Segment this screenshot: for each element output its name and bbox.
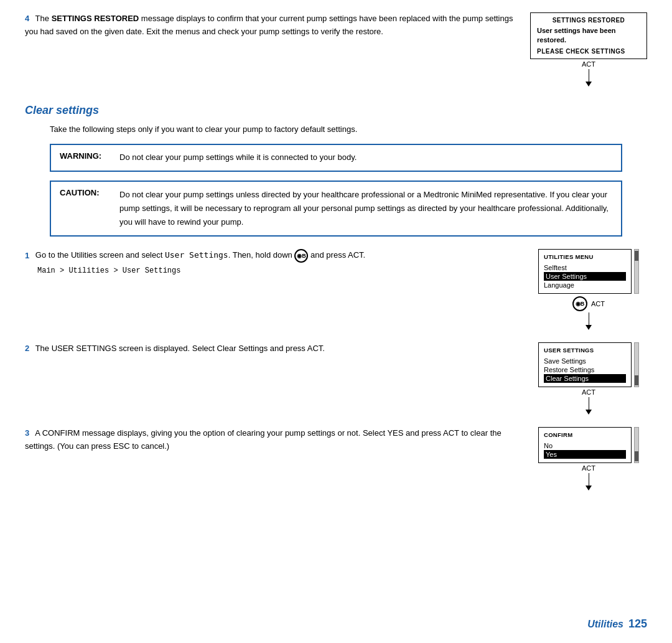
step3-left: 3 A CONFIRM message displays, giving you… bbox=[25, 427, 518, 453]
step2-scrollbar-thumb bbox=[635, 375, 638, 385]
step4-arrow: ACT bbox=[582, 60, 595, 87]
arrow-line bbox=[589, 69, 589, 82]
step2-item-save: Save Settings bbox=[544, 357, 626, 365]
clear-settings-heading: Clear settings bbox=[25, 104, 647, 117]
step4-text: 4 The SETTINGS RESTORED message displays… bbox=[25, 12, 518, 39]
step1-arrow bbox=[586, 312, 592, 330]
step3-body: A CONFIRM message displays, giving you t… bbox=[25, 428, 502, 451]
step3-text: 3 A CONFIRM message displays, giving you… bbox=[25, 427, 518, 453]
step2-arrow: ACT bbox=[582, 388, 595, 415]
step1-number: 1 bbox=[25, 251, 29, 260]
step1-screen-title: UTILITIES MENU bbox=[544, 253, 626, 260]
step1-text: 1 Go to the Utilities screen and select … bbox=[25, 249, 518, 263]
footer-text: Utilities bbox=[587, 619, 623, 630]
step2-text: 2 The USER SETTINGS screen is displayed.… bbox=[25, 342, 518, 355]
step3-screen-box: CONFIRM No Yes bbox=[538, 427, 632, 463]
step2-section: 2 The USER SETTINGS screen is displayed.… bbox=[25, 342, 647, 415]
step1-pump-screen: UTILITIES MENU Selftest User Settings La… bbox=[538, 249, 639, 294]
settings-restored-bold: SETTINGS RESTORED bbox=[52, 14, 139, 23]
step4-screen-area: SETTINGS RESTORED User settings have bee… bbox=[530, 12, 647, 87]
step1-arrow-line bbox=[589, 312, 589, 325]
step2-number: 2 bbox=[25, 344, 29, 353]
step1-arrow-head bbox=[586, 325, 592, 330]
caution-text: Do not clear your pump settings unless d… bbox=[119, 188, 612, 229]
step3-arrow-line bbox=[589, 473, 589, 486]
step1-act-label: ACT bbox=[591, 300, 605, 307]
step4-act-label: ACT bbox=[582, 60, 595, 68]
clear-settings-intro: Take the following steps only if you wan… bbox=[25, 123, 647, 136]
step4-number: 4 bbox=[25, 14, 29, 23]
step3-scrollbar-thumb bbox=[635, 451, 638, 461]
step1-screen-box: UTILITIES MENU Selftest User Settings La… bbox=[538, 249, 632, 294]
step2-act-label: ACT bbox=[582, 388, 595, 396]
step3-screen-wrapper: CONFIRM No Yes ACT bbox=[538, 427, 639, 490]
footer-number: 125 bbox=[628, 617, 647, 631]
screen-body: User settings have been restored. bbox=[537, 26, 640, 45]
step2-left: 2 The USER SETTINGS screen is displayed.… bbox=[25, 342, 518, 355]
step1-b-button-row: ◉B ACT bbox=[572, 296, 605, 311]
step2-item-restore: Restore Settings bbox=[544, 365, 626, 374]
step1-item-usersettings: User Settings bbox=[544, 272, 626, 281]
step1-breadcrumb: Main > Utilities > User Settings bbox=[25, 266, 518, 275]
step1-scrollbar bbox=[634, 249, 639, 294]
step1-scrollbar-thumb bbox=[635, 251, 638, 261]
step1-b-button: ◉B bbox=[572, 296, 587, 311]
step3-arrow: ACT bbox=[582, 464, 595, 490]
warning-text: Do not clear your pump settings while it… bbox=[119, 151, 357, 164]
screen-title: SETTINGS RESTORED bbox=[537, 17, 640, 24]
warning-label: WARNING: bbox=[60, 151, 110, 164]
step2-body: The USER SETTINGS screen is displayed. S… bbox=[35, 344, 325, 353]
step3-pump-screen: CONFIRM No Yes bbox=[538, 427, 639, 463]
step3-item-no: No bbox=[544, 441, 626, 450]
step3-act-label: ACT bbox=[582, 464, 595, 472]
step3-scrollbar bbox=[634, 427, 639, 463]
step2-pump-screen: USER SETTINGS Save Settings Restore Sett… bbox=[538, 342, 639, 387]
step2-screen-box: USER SETTINGS Save Settings Restore Sett… bbox=[538, 342, 632, 387]
screen-sub: PLEASE CHECK SETTINGS bbox=[537, 48, 640, 55]
step2-item-clear: Clear Settings bbox=[544, 374, 626, 383]
step2-screen-wrapper: USER SETTINGS Save Settings Restore Sett… bbox=[538, 342, 639, 415]
step2-scrollbar bbox=[634, 342, 639, 387]
step3-number: 3 bbox=[25, 428, 29, 438]
step3-screen-area: CONFIRM No Yes ACT bbox=[530, 427, 647, 490]
arrow-head bbox=[586, 82, 592, 87]
step1-screen-wrapper: UTILITIES MENU Selftest User Settings La… bbox=[538, 249, 639, 330]
step2-arrow-head bbox=[586, 410, 592, 415]
step3-section: 3 A CONFIRM message displays, giving you… bbox=[25, 427, 647, 490]
settings-restored-screen: SETTINGS RESTORED User settings have bee… bbox=[530, 12, 647, 59]
step2-arrow-line bbox=[589, 397, 589, 410]
step3-screen-title: CONFIRM bbox=[544, 431, 626, 438]
b-button-inline: ◉B bbox=[294, 249, 308, 263]
step1-section: 1 Go to the Utilities screen and select … bbox=[25, 249, 647, 330]
step3-item-yes: Yes bbox=[544, 450, 626, 459]
step2-screen-area: USER SETTINGS Save Settings Restore Sett… bbox=[530, 342, 647, 415]
step1-item-language: Language bbox=[544, 281, 626, 289]
step3-arrow-head bbox=[586, 486, 592, 490]
step1-code: User Settings bbox=[165, 251, 228, 260]
step2-screen-title: USER SETTINGS bbox=[544, 347, 626, 354]
page-footer: Utilities 125 bbox=[587, 617, 647, 631]
caution-box: CAUTION: Do not clear your pump settings… bbox=[50, 181, 622, 237]
caution-label: CAUTION: bbox=[60, 188, 110, 229]
step1-item-selftest: Selftest bbox=[544, 263, 626, 272]
step1-screen-area: UTILITIES MENU Selftest User Settings La… bbox=[530, 249, 647, 330]
step1-left: 1 Go to the Utilities screen and select … bbox=[25, 249, 518, 275]
step4-section: 4 The SETTINGS RESTORED message displays… bbox=[25, 12, 647, 87]
warning-box: WARNING: Do not clear your pump settings… bbox=[50, 144, 622, 172]
